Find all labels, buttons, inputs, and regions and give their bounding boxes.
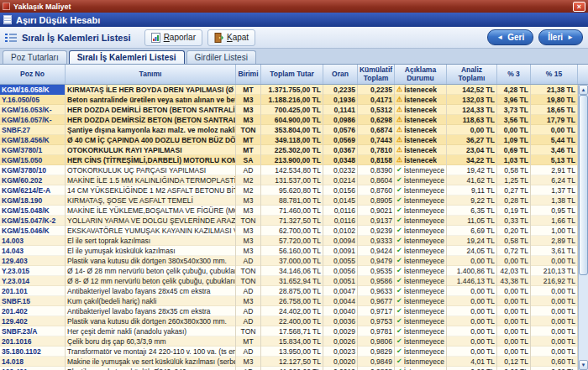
cell-aciklama-durumu[interactable]: ✔ İstenmeyecek xyxy=(395,306,447,316)
cell-kumulatif-toplam[interactable]: 0,9137 xyxy=(358,216,395,226)
cell-yuzde-15[interactable]: 2,91 TL xyxy=(531,165,578,175)
cell-aciklama-durumu[interactable]: ✔ İstenmeyecek xyxy=(395,195,447,206)
cell-kumulatif-toplam[interactable]: 0,8604 xyxy=(358,175,395,185)
cell-tanim[interactable]: Şantiye dışına kamyonla kazı malz. ve mo… xyxy=(66,125,236,135)
cell-yuzde-3[interactable]: 0,33 TL xyxy=(497,216,531,226)
cell-yuzde-15[interactable]: 5,13 TL xyxy=(531,155,578,165)
cell-poz-no[interactable]: 201.101 xyxy=(0,286,66,296)
cell-yuzde-3[interactable]: 42,03 TL xyxy=(497,266,531,276)
cell-analiz-toplami[interactable]: 0,00 TL xyxy=(447,296,497,306)
cell-yuzde-3[interactable]: 4,28 TL xyxy=(497,85,531,95)
cell-yuzde-15[interactable]: 0,00 TL xyxy=(531,347,578,357)
cell-tanim[interactable]: Makine ile yumuşak ve sert küskülük kazı… xyxy=(66,357,236,367)
cell-aciklama-durumu[interactable]: ✔ İstenmeyecek xyxy=(395,216,447,226)
cell-toplam-tutar[interactable]: 15.834,00 TL xyxy=(261,336,323,347)
cell-poz-no[interactable]: 14.003 xyxy=(0,236,66,246)
cell-kumulatif-toplam[interactable]: 0,9633 xyxy=(358,286,395,296)
cell-birim[interactable]: M3 xyxy=(236,236,261,246)
cell-analiz-toplami[interactable]: 124,33 TL xyxy=(447,105,497,115)
cell-kumulatif-toplam[interactable]: 0,9753 xyxy=(358,316,395,326)
cell-aciklama-durumu[interactable]: ⚠ İstenecek xyxy=(395,85,447,95)
cell-aciklama-durumu[interactable]: ✔ İstenmeyecek xyxy=(395,256,447,266)
cell-oran[interactable]: 0,1936 xyxy=(323,95,358,105)
cell-poz-no[interactable]: 201.1016 xyxy=(0,336,66,347)
table-row[interactable]: Y.23.015 Ø 14- Ø 28 mm nervürlü beton çe… xyxy=(0,266,578,276)
cell-yuzde-15[interactable]: 0,00 TL xyxy=(531,367,578,370)
cell-yuzde-15[interactable]: 0,00 TL xyxy=(531,336,578,347)
table-row[interactable]: KGM/60.202 MAKİNE İLE 1.5 MM KALINLIĞIND… xyxy=(0,175,578,185)
cell-yuzde-15[interactable]: 5,44 TL xyxy=(531,135,578,145)
cell-aciklama-durumu[interactable]: ⚠ İstenecek xyxy=(395,145,447,155)
cell-oran[interactable]: 0,0047 xyxy=(323,286,358,296)
cell-kumulatif-toplam[interactable]: 0,9829 xyxy=(358,347,395,357)
cell-yuzde-3[interactable]: 0,58 TL xyxy=(497,165,531,175)
cell-toplam-tutar[interactable]: 34.146,06 TL xyxy=(261,266,323,276)
cell-oran[interactable]: 0,0056 xyxy=(323,266,358,276)
cell-tanim[interactable]: Beton santralinde üretilen veya satın al… xyxy=(66,95,236,105)
cell-tanim[interactable]: HER DOZDA DEMİRSİZ BETON (BETON SANTRALİ… xyxy=(66,115,236,125)
cell-aciklama-durumu[interactable]: ⚠ İstenecek xyxy=(395,115,447,125)
cell-yuzde-15[interactable]: 0,00 TL xyxy=(531,256,578,266)
cell-analiz-toplami[interactable]: 36,27 TL xyxy=(447,135,497,145)
cell-yuzde-3[interactable]: 0,00 TL xyxy=(497,367,531,370)
cell-poz-no[interactable]: 201.402 xyxy=(0,306,66,316)
column-header-8[interactable]: % 3 xyxy=(497,65,531,84)
table-row[interactable]: Y.16.050/05 Beton santralinde üretilen v… xyxy=(0,95,578,105)
table-row[interactable]: 129.401 Plastik vana kutusu küplük Ø240x… xyxy=(0,367,578,370)
cell-oran[interactable]: 0,0026 xyxy=(323,336,358,347)
cell-birim[interactable]: M3 xyxy=(236,115,261,125)
cell-tanim[interactable]: HER CİNS (TİTREŞİMLİ,DARBELİ) MOTORLU KO… xyxy=(66,155,236,165)
cell-poz-no[interactable]: KGM/60.202 xyxy=(0,175,66,185)
cell-birim[interactable]: M3 xyxy=(236,296,261,306)
cell-yuzde-15[interactable]: 6,24 TL xyxy=(531,175,578,185)
table-row[interactable]: 201.101 Antibakteriyel lavabo fayans 28x… xyxy=(0,286,578,296)
cell-birim[interactable]: TON xyxy=(236,266,261,276)
cell-kumulatif-toplam[interactable]: 0,8390 xyxy=(358,165,395,175)
table-row[interactable]: KGM/18.456/K Ø 40 CM İÇ ÇAPINDA 400 DOZL… xyxy=(0,135,578,145)
cell-kumulatif-toplam[interactable]: 0,9586 xyxy=(358,276,395,286)
cell-yuzde-15[interactable]: 21,38 TL xyxy=(531,85,578,95)
table-row[interactable]: 14.003 El ile sert toprak kazılması M3 5… xyxy=(0,236,578,246)
cell-kumulatif-toplam[interactable]: 0,7443 xyxy=(358,135,395,145)
cell-yuzde-15[interactable]: 2,89 TL xyxy=(531,236,578,246)
cell-kumulatif-toplam[interactable]: 0,7810 xyxy=(358,145,395,155)
cell-yuzde-15[interactable]: 216,92 TL xyxy=(531,276,578,286)
cell-toplam-tutar[interactable]: 1.188.216,00 TL xyxy=(261,95,323,105)
cell-toplam-tutar[interactable]: 142.534,80 TL xyxy=(261,165,323,175)
cell-toplam-tutar[interactable]: 56.160,00 TL xyxy=(261,246,323,256)
cell-birim[interactable]: M2 xyxy=(236,175,261,185)
cell-oran[interactable]: 0,0020 xyxy=(323,357,358,367)
cell-toplam-tutar[interactable]: 604.900,00 TL xyxy=(261,115,323,125)
window-close-button[interactable]: × xyxy=(573,2,585,12)
cell-analiz-toplami[interactable]: 0,00 TL xyxy=(447,367,497,370)
cell-yuzde-3[interactable]: 43,38 TL xyxy=(497,276,531,286)
cell-kumulatif-toplam[interactable]: 0,9868 xyxy=(358,367,395,370)
tab-sirali-is-kalemleri-listesi[interactable]: Sıralı İş Kalemleri Listesi xyxy=(69,50,185,64)
table-row[interactable]: SNBF.15 Kum çakıl(bedeli hariç) nakli M3… xyxy=(0,296,578,306)
cell-yuzde-3[interactable]: 0,00 TL xyxy=(497,306,531,316)
table-row[interactable]: 201.402 Antibakteriyel lavabo fayans 28x… xyxy=(0,306,578,316)
cell-birim[interactable]: MT xyxy=(236,145,261,155)
cell-birim[interactable]: TON xyxy=(236,326,261,336)
cell-yuzde-15[interactable]: 0,00 TL xyxy=(531,316,578,326)
cell-analiz-toplami[interactable]: 4,01 TL xyxy=(447,357,497,367)
scroll-down-button[interactable]: ▼ xyxy=(579,360,588,370)
cell-aciklama-durumu[interactable]: ⚠ İstenecek xyxy=(395,155,447,165)
cell-oran[interactable]: 0,0091 xyxy=(323,246,358,256)
cell-oran[interactable]: 0,0116 xyxy=(323,216,358,226)
cell-analiz-toplami[interactable]: 1.446,13 TL xyxy=(447,276,497,286)
cell-oran[interactable]: 0,0986 xyxy=(323,115,358,125)
table-row[interactable]: KGM/18.190 KIRMATAŞ, ŞOSE VE ASFALT TEME… xyxy=(0,195,578,206)
scrollbar-thumb[interactable] xyxy=(579,95,588,275)
table-row[interactable]: KGM/3780/10 OTOKORKULUK UÇ PARÇASI YAPIL… xyxy=(0,165,578,175)
cell-yuzde-3[interactable]: 0,00 TL xyxy=(497,256,531,266)
cell-poz-no[interactable]: 129.402 xyxy=(0,316,66,326)
cell-aciklama-durumu[interactable]: ✔ İstenmeyecek xyxy=(395,175,447,185)
cell-toplam-tutar[interactable]: 31.652,94 TL xyxy=(261,276,323,286)
cell-yuzde-15[interactable]: 0,00 TL xyxy=(531,296,578,306)
cell-oran[interactable]: 0,2235 xyxy=(323,85,358,95)
cell-tanim[interactable]: OTOKORKULUK UÇ PARÇASI YAPILMASI xyxy=(66,165,236,175)
cell-yuzde-3[interactable]: 0,00 TL xyxy=(497,347,531,357)
cell-yuzde-3[interactable]: 0,00 TL xyxy=(497,326,531,336)
cell-yuzde-15[interactable]: 1,38 TL xyxy=(531,195,578,206)
